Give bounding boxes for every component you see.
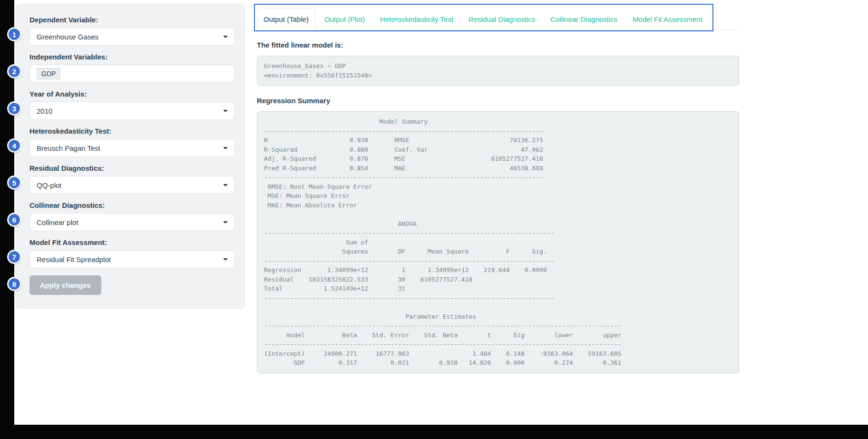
field-year-of-analysis: 3 Year of Analysis: 2010 bbox=[29, 90, 235, 120]
tab-list: Output (Table) Output (Plot) Heteroskeda… bbox=[257, 5, 712, 30]
independent-variables-label: Independent Variables: bbox=[29, 53, 235, 61]
app-window: 1 Dependent Variable: Greenhouse Gases 2… bbox=[0, 0, 868, 439]
tab-collinear-diagnostics[interactable]: Collinear Diagnostics bbox=[544, 9, 624, 30]
field-residual-diagnostics: 5 Residual Diagnostics: QQ-plot bbox=[29, 164, 235, 194]
field-independent-variables: 2 Independent Variables: GDP bbox=[29, 53, 235, 83]
year-of-analysis-value: 2010 bbox=[37, 107, 52, 115]
model-fit-assessment-value: Residual Fit Spreadplot bbox=[37, 255, 111, 263]
variable-tag[interactable]: GDP bbox=[37, 68, 60, 79]
chevron-down-icon bbox=[223, 110, 228, 112]
dependent-variable-select[interactable]: Greenhouse Gases bbox=[29, 28, 235, 46]
field-dependent-variable: 1 Dependent Variable: Greenhouse Gases bbox=[29, 16, 235, 46]
step-badge-7: 7 bbox=[7, 250, 21, 264]
independent-variables-input[interactable]: GDP bbox=[29, 65, 235, 83]
chevron-down-icon bbox=[223, 258, 228, 261]
model-fit-assessment-select[interactable]: Residual Fit Spreadplot bbox=[29, 250, 235, 268]
chevron-down-icon bbox=[223, 184, 228, 186]
regression-summary-output: Model Summary --------------------------… bbox=[257, 111, 739, 373]
collinear-diagnostics-select[interactable]: Collinear plot bbox=[29, 213, 235, 231]
model-formula-code: Greenhouse_Gases ~ GDP <environment: 0x5… bbox=[257, 56, 739, 86]
year-of-analysis-label: Year of Analysis: bbox=[29, 90, 235, 98]
step-badge-5: 5 bbox=[7, 176, 21, 190]
heteroskedasticity-test-value: Breusch Pagan Test bbox=[37, 144, 100, 152]
residual-diagnostics-label: Residual Diagnostics: bbox=[29, 164, 235, 172]
collinear-diagnostics-label: Collinear Diagnostics: bbox=[29, 201, 235, 209]
residual-diagnostics-select[interactable]: QQ-plot bbox=[29, 176, 235, 194]
collinear-diagnostics-value: Collinear plot bbox=[37, 218, 78, 226]
step-badge-2: 2 bbox=[7, 64, 21, 78]
apply-changes-group: 8 Apply changes bbox=[29, 275, 235, 295]
model-fit-assessment-label: Model Fit Assessment: bbox=[29, 238, 235, 246]
step-badge-4: 4 bbox=[7, 138, 21, 153]
screen-edge-bottom bbox=[0, 425, 868, 439]
regression-summary-heading: Regression Summary bbox=[257, 97, 739, 105]
heteroskedasticity-test-select[interactable]: Breusch Pagan Test bbox=[29, 139, 235, 157]
fitted-model-heading: The fitted linear model is: bbox=[257, 41, 739, 49]
heteroskedasticity-test-label: Heteroskedasticity Test: bbox=[29, 127, 235, 135]
dependent-variable-value: Greenhouse Gases bbox=[37, 33, 98, 41]
tab-heteroskedasticity-test[interactable]: Heteroskedasticity Test bbox=[374, 9, 459, 30]
residual-diagnostics-value: QQ-plot bbox=[37, 181, 62, 189]
chevron-down-icon bbox=[223, 147, 228, 149]
main-panel: Output (Table) Output (Plot) Heteroskeda… bbox=[257, 5, 739, 373]
year-of-analysis-select[interactable]: 2010 bbox=[29, 102, 235, 120]
step-badge-6: 6 bbox=[7, 213, 21, 227]
field-heteroskedasticity-test: 4 Heteroskedasticity Test: Breusch Pagan… bbox=[29, 127, 235, 157]
sidebar: 1 Dependent Variable: Greenhouse Gases 2… bbox=[16, 4, 245, 309]
step-badge-3: 3 bbox=[7, 101, 21, 116]
tab-model-fit-assessment[interactable]: Model Fit Assessment bbox=[626, 9, 709, 30]
chevron-down-icon bbox=[223, 221, 228, 224]
apply-changes-button[interactable]: Apply changes bbox=[29, 275, 101, 295]
field-collinear-diagnostics: 6 Collinear Diagnostics: Collinear plot bbox=[29, 201, 235, 231]
dependent-variable-label: Dependent Variable: bbox=[29, 16, 235, 24]
step-badge-8: 8 bbox=[7, 277, 21, 291]
field-model-fit-assessment: 7 Model Fit Assessment: Residual Fit Spr… bbox=[29, 238, 235, 268]
chevron-down-icon bbox=[223, 36, 228, 38]
tab-residual-diagnostics[interactable]: Residual Diagnostics bbox=[462, 9, 541, 30]
tab-bar: Output (Table) Output (Plot) Heteroskeda… bbox=[257, 5, 739, 30]
tab-output-table[interactable]: Output (Table) bbox=[257, 8, 315, 30]
tab-output-plot[interactable]: Output (Plot) bbox=[318, 9, 371, 30]
step-badge-1: 1 bbox=[7, 27, 21, 41]
